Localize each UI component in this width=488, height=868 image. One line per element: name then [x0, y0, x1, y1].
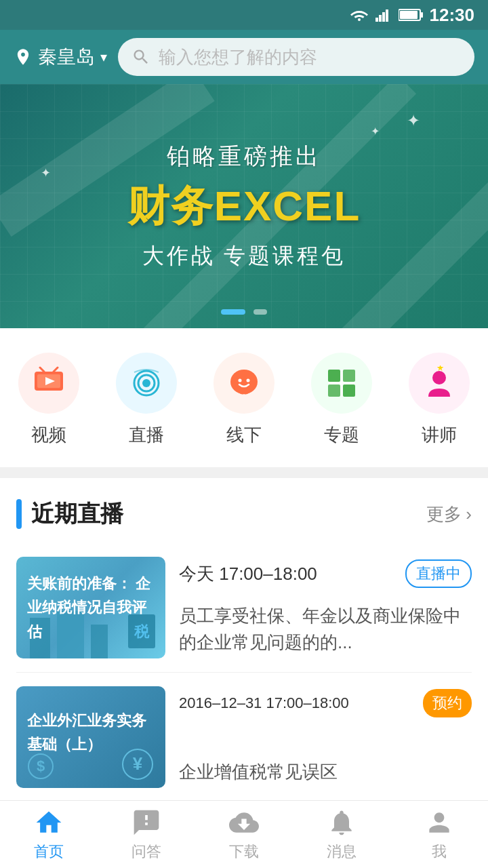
live-info-1: 今天 17:00–18:00 直播中 员工享受社保、年金以及商业保险中的企业常见… — [179, 557, 472, 658]
search-bar[interactable]: 输入您想了解的内容 — [118, 38, 474, 76]
nav-item-home[interactable]: 首页 — [34, 808, 64, 862]
section-title: 近期直播 — [31, 498, 123, 530]
svg-rect-7 — [400, 11, 418, 19]
time-display: 12:30 — [430, 5, 475, 26]
banner-dot-2[interactable] — [253, 309, 267, 315]
category-item-video[interactable]: 视频 — [18, 353, 79, 447]
teacher-icon-wrap — [409, 353, 470, 414]
nav-label-qa: 问答 — [131, 842, 161, 862]
star-decoration-3: ✦ — [41, 165, 51, 180]
category-item-offline[interactable]: 线下 — [214, 353, 274, 447]
svg-point-0 — [358, 18, 361, 21]
live-time-1: 今天 17:00–18:00 — [179, 562, 317, 586]
more-label: 更多 — [426, 502, 462, 526]
svg-rect-2 — [379, 15, 382, 22]
bottom-nav: 首页 问答 下载 消息 我 — [0, 800, 488, 868]
live-item-2[interactable]: ¥ $ 企业外汇业务实务基础（上） 2016–12–31 17:00–18:00… — [16, 673, 472, 802]
svg-point-21 — [247, 379, 250, 382]
svg-rect-22 — [328, 370, 340, 382]
category-grid: 视频 直播 — [0, 353, 488, 447]
svg-point-28 — [432, 371, 446, 384]
me-icon — [424, 808, 454, 837]
thumb-bg-1: 税 关账前的准备： 企业纳税情况自我评估 — [16, 557, 165, 658]
banner-title: 财务EXCEL — [127, 178, 361, 235]
live-thumb-2: ¥ $ 企业外汇业务实务基础（上） — [16, 686, 165, 788]
live-icon-wrap — [116, 353, 177, 414]
svg-point-18 — [142, 379, 150, 387]
thumb-text-2: 企业外汇业务实务基础（上） — [16, 698, 165, 776]
nav-item-qa[interactable]: 问答 — [131, 808, 161, 862]
chevron-down-icon: ▾ — [100, 49, 107, 65]
category-label-live: 直播 — [129, 423, 164, 447]
live-thumb-1: 税 关账前的准备： 企业纳税情况自我评估 — [16, 557, 165, 658]
category-label-teacher: 讲师 — [422, 423, 457, 447]
star-decoration-1: ✦ — [407, 111, 420, 130]
location-button[interactable]: 秦皇岛 ▾ — [14, 44, 107, 70]
svg-rect-1 — [375, 18, 378, 22]
video-icon-wrap — [18, 353, 79, 414]
nav-item-download[interactable]: 下载 — [229, 808, 259, 862]
category-item-teacher[interactable]: 讲师 — [409, 353, 470, 447]
more-chevron-icon: › — [466, 504, 472, 525]
live-info-2: 2016–12–31 17:00–18:00 预约 企业增值税常见误区 — [179, 686, 472, 788]
star-decoration-2: ✦ — [371, 125, 380, 138]
banner-subtitle: 铂略重磅推出 — [127, 141, 361, 172]
svg-line-12 — [40, 368, 44, 372]
svg-rect-6 — [421, 12, 423, 18]
live-desc-2: 企业增值税常见误区 — [179, 759, 472, 785]
more-button[interactable]: 更多 › — [426, 502, 472, 526]
svg-rect-23 — [343, 370, 355, 382]
svg-rect-3 — [382, 12, 385, 22]
nav-label-home: 首页 — [34, 842, 64, 862]
download-icon — [229, 808, 259, 837]
nav-label-message: 消息 — [327, 842, 357, 862]
search-icon — [131, 47, 150, 66]
svg-rect-27 — [328, 382, 355, 384]
svg-point-19 — [230, 370, 258, 394]
hero-banner[interactable]: ✦ ✦ ✦ 铂略重磅推出 财务EXCEL 大作战 专题课程包 — [0, 84, 488, 328]
battery-icon — [399, 8, 423, 22]
category-item-live[interactable]: 直播 — [116, 353, 177, 447]
live-status-badge-1[interactable]: 直播中 — [405, 559, 472, 588]
category-section: 视频 直播 — [0, 328, 488, 467]
topic-icon — [324, 366, 359, 401]
offline-icon — [226, 366, 262, 401]
message-icon — [327, 808, 357, 837]
nav-item-message[interactable]: 消息 — [327, 808, 357, 862]
search-placeholder: 输入您想了解的内容 — [159, 45, 317, 69]
banner-desc: 大作战 专题课程包 — [127, 241, 361, 271]
svg-marker-29 — [437, 366, 444, 371]
live-desc-1: 员工享受社保、年金以及商业保险中的企业常见问题的的... — [179, 603, 472, 656]
banner-dot-1[interactable] — [221, 309, 245, 315]
signal-icon — [375, 8, 392, 22]
section-title-wrap: 近期直播 — [16, 498, 123, 530]
nav-label-download: 下载 — [229, 842, 259, 862]
top-nav: 秦皇岛 ▾ 输入您想了解的内容 — [0, 30, 488, 84]
offline-icon-wrap — [214, 353, 274, 414]
thumb-text-1: 关账前的准备： 企业纳税情况自我评估 — [16, 561, 165, 654]
svg-rect-24 — [328, 384, 340, 397]
video-icon — [32, 366, 66, 400]
banner-dots — [221, 309, 267, 315]
location-label: 秦皇岛 — [38, 44, 95, 70]
live-time-row-1: 今天 17:00–18:00 直播中 — [179, 559, 472, 588]
nav-item-me[interactable]: 我 — [424, 808, 454, 862]
banner-text-content: 铂略重磅推出 财务EXCEL 大作战 专题课程包 — [127, 141, 361, 271]
svg-rect-25 — [343, 384, 355, 397]
category-item-topic[interactable]: 专题 — [311, 353, 372, 447]
location-pin-icon — [14, 47, 33, 66]
category-label-video: 视频 — [31, 423, 66, 447]
category-label-offline: 线下 — [226, 423, 262, 447]
home-icon — [34, 808, 64, 837]
live-time-row-2: 2016–12–31 17:00–18:00 预约 — [179, 689, 472, 717]
topic-icon-wrap — [311, 353, 372, 414]
qa-icon — [131, 808, 161, 837]
svg-line-13 — [54, 368, 58, 372]
svg-point-20 — [239, 379, 242, 382]
svg-rect-4 — [386, 9, 388, 22]
reserve-badge-2[interactable]: 预约 — [423, 689, 472, 717]
thumb-bg-2: ¥ $ 企业外汇业务实务基础（上） — [16, 686, 165, 788]
live-item-1[interactable]: 税 关账前的准备： 企业纳税情况自我评估 今天 17:00–18:00 直播中 … — [16, 543, 472, 673]
live-time-2: 2016–12–31 17:00–18:00 — [179, 694, 349, 712]
recent-live-section: 近期直播 更多 › 税 关账前的准备： 企业纳税情况自我评估 — [0, 478, 488, 802]
